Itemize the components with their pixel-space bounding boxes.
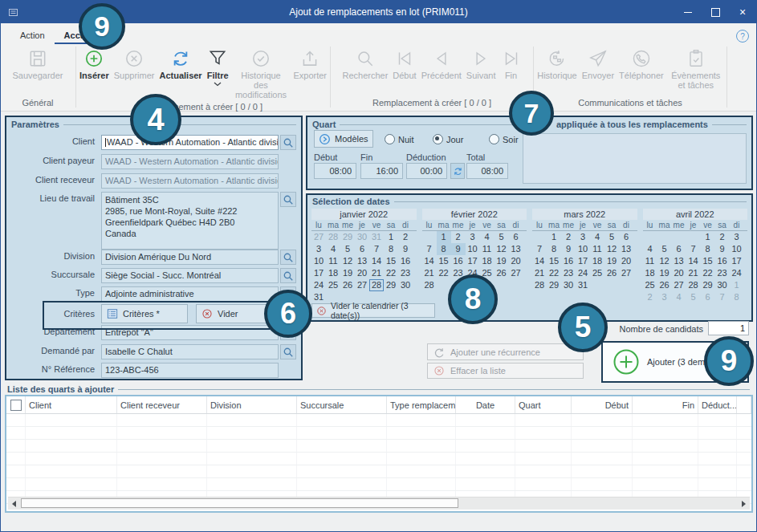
calendar-day[interactable]: 3: [730, 231, 744, 243]
calendar-day[interactable]: 9: [561, 243, 576, 255]
calendar-day[interactable]: 28: [422, 279, 437, 291]
calendar-day[interactable]: 12: [340, 255, 355, 267]
history-button[interactable]: Historique: [535, 47, 580, 82]
calendar-day[interactable]: 27: [619, 267, 633, 279]
calendar-day[interactable]: 4: [590, 231, 604, 243]
lieu-travail-field[interactable]: Bâtiment 35C 2985, rue Mont-Royal, Suite…: [101, 192, 279, 250]
calendar-day[interactable]: 14: [532, 255, 547, 267]
phone-button[interactable]: Téléphoner: [617, 47, 666, 82]
candidates-input[interactable]: 1: [708, 321, 749, 335]
time-field-4[interactable]: 08:00: [466, 163, 508, 179]
calendar-day[interactable]: 18: [590, 255, 604, 267]
radio-soir[interactable]: Soir: [489, 134, 519, 144]
calendar-day[interactable]: 7: [715, 291, 730, 303]
modeles-button[interactable]: Modèles: [314, 130, 373, 148]
calendar-day[interactable]: 14: [422, 255, 437, 267]
calendar-day[interactable]: 26: [604, 267, 619, 279]
calendar-day[interactable]: 11: [326, 255, 340, 267]
calendar-day[interactable]: 28: [532, 279, 547, 291]
calendar-day[interactable]: 17: [730, 255, 744, 267]
client-search-button[interactable]: [280, 135, 296, 150]
calendar-day[interactable]: 8: [384, 243, 398, 255]
tab-action[interactable]: Action: [10, 27, 55, 44]
scrollbar-thumb[interactable]: [21, 498, 458, 508]
calendar-day[interactable]: 7: [422, 243, 437, 255]
calendar-day[interactable]: 17: [311, 267, 326, 279]
calendar-day[interactable]: 22: [547, 267, 561, 279]
calendar-day[interactable]: 6: [355, 243, 369, 255]
calendar-day[interactable]: 3: [466, 231, 480, 243]
calendar-day[interactable]: 9: [398, 243, 413, 255]
reference-field[interactable]: 123-ABC-456: [101, 363, 279, 378]
calendar-day[interactable]: 19: [494, 255, 509, 267]
calendar-day[interactable]: 11: [643, 255, 657, 267]
calendar-day[interactable]: 30: [715, 279, 730, 291]
calendar-day[interactable]: 1: [730, 279, 744, 291]
radio-jour[interactable]: Jour: [433, 134, 463, 144]
calendar-day[interactable]: 11: [480, 243, 494, 255]
calendar-day[interactable]: 16: [398, 255, 413, 267]
column-header[interactable]: Client: [26, 396, 117, 413]
export-button[interactable]: Exporter: [291, 47, 329, 82]
calendar-day[interactable]: 19: [604, 255, 619, 267]
add-recurrence-button[interactable]: Ajouter une récurrence: [427, 343, 584, 360]
calendar-day[interactable]: 5: [686, 291, 701, 303]
calendar-day[interactable]: 14: [369, 255, 384, 267]
calendar-day[interactable]: 4: [480, 231, 494, 243]
calendar-day[interactable]: 27: [672, 279, 686, 291]
calendar-day[interactable]: 27: [509, 267, 523, 279]
calendar-day[interactable]: 5: [657, 243, 672, 255]
calendar-day[interactable]: 28: [369, 279, 384, 291]
criteres-button[interactable]: Critères *: [101, 304, 188, 323]
calendar-day[interactable]: 1: [547, 231, 561, 243]
save-button[interactable]: Sauvegarder: [10, 47, 66, 82]
calendar-day[interactable]: 15: [547, 255, 561, 267]
calendar-day[interactable]: 19: [657, 267, 672, 279]
calendar-day[interactable]: 10: [730, 243, 744, 255]
help-icon[interactable]: ?: [736, 30, 749, 43]
calendar-day[interactable]: 25: [643, 279, 657, 291]
last-button[interactable]: Fin: [499, 47, 524, 82]
calendar-day[interactable]: 18: [326, 267, 340, 279]
calendar-day[interactable]: 21: [422, 267, 437, 279]
time-field-2[interactable]: 16:00: [360, 163, 403, 179]
column-header[interactable]: Succursale: [297, 396, 387, 413]
calendar-day[interactable]: 17: [576, 255, 590, 267]
time-field-3[interactable]: 00:00: [406, 163, 447, 179]
calendar-day[interactable]: 20: [672, 267, 686, 279]
calendar-day[interactable]: 23: [715, 267, 730, 279]
calendar-day[interactable]: 13: [619, 243, 633, 255]
calendar-day[interactable]: 24: [576, 267, 590, 279]
calendar-day[interactable]: 2: [451, 231, 466, 243]
clear-calendar-button[interactable]: Vider le calendrier (3 date(s)): [311, 303, 435, 318]
horizontal-scrollbar[interactable]: [8, 497, 750, 510]
calendar-day[interactable]: 7: [532, 243, 547, 255]
send-button[interactable]: Envoyer: [580, 47, 617, 82]
calendar-day[interactable]: 16: [451, 255, 466, 267]
calendar-day[interactable]: 16: [715, 255, 730, 267]
calendar-day[interactable]: 8: [547, 243, 561, 255]
column-header[interactable]: Début: [572, 396, 633, 413]
calendar-day[interactable]: 17: [466, 255, 480, 267]
calendar-day[interactable]: 7: [686, 243, 701, 255]
calendar-day[interactable]: 3: [576, 231, 590, 243]
calendar-day[interactable]: 9: [451, 243, 466, 255]
calendar-day[interactable]: 23: [561, 267, 576, 279]
calendar-day[interactable]: 26: [657, 279, 672, 291]
calendar-day[interactable]: 2: [398, 231, 413, 243]
calendar-day[interactable]: 27: [355, 279, 369, 291]
calendar-day[interactable]: 21: [369, 267, 384, 279]
calendar-day[interactable]: 6: [672, 243, 686, 255]
calendar-day[interactable]: 8: [701, 243, 715, 255]
calendar-day[interactable]: 30: [355, 231, 369, 243]
calendar-day[interactable]: 10: [576, 243, 590, 255]
column-header[interactable]: Quart: [515, 396, 572, 413]
radio-nuit[interactable]: Nuit: [385, 134, 414, 144]
demande-par-field[interactable]: Isabelle C Chalut: [101, 344, 279, 359]
calendar-day[interactable]: 27: [311, 231, 326, 243]
calendar-day[interactable]: 31: [311, 291, 326, 303]
calendar-day[interactable]: 22: [437, 267, 451, 279]
calendar-day[interactable]: 20: [619, 255, 633, 267]
calendar-day[interactable]: 21: [686, 267, 701, 279]
calendar-day[interactable]: 25: [326, 279, 340, 291]
